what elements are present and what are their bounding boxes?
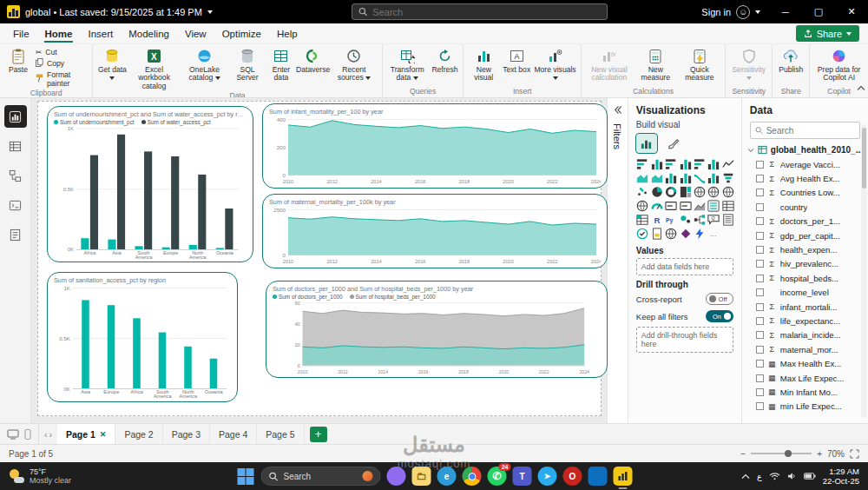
visual-maternal-mortality-area-chart[interactable]: Sum of maternal_mortality_per_100k by ye… bbox=[262, 194, 608, 268]
close-page-icon[interactable]: ✕ bbox=[100, 430, 107, 439]
table-view-button[interactable] bbox=[4, 135, 27, 157]
data-field-hospital-beds-[interactable]: Σhospital_beds... bbox=[742, 271, 868, 285]
data-pane-scrollbar[interactable] bbox=[861, 124, 867, 418]
chrome-taskbar-icon[interactable] bbox=[463, 467, 482, 486]
field-checkbox[interactable] bbox=[756, 175, 764, 182]
field-checkbox[interactable] bbox=[756, 388, 764, 396]
refresh-button[interactable]: Refresh bbox=[429, 46, 460, 86]
field-checkbox[interactable] bbox=[756, 360, 764, 368]
format-visual-tab[interactable] bbox=[664, 134, 685, 153]
visual-type-arcgis-map[interactable] bbox=[665, 227, 678, 240]
minimize-button[interactable]: ─ bbox=[769, 0, 802, 23]
visual-type-r-script-visual[interactable]: R bbox=[650, 213, 663, 226]
clock[interactable]: 1:29 AM22-Oct-25 bbox=[823, 467, 859, 487]
data-field-gdp-per-capit-[interactable]: Σgdp_per_capit... bbox=[742, 228, 868, 242]
visual-type-key-influencers[interactable] bbox=[679, 213, 692, 226]
data-field-avg-health-ex-[interactable]: ΣAvg Health Ex... bbox=[742, 171, 868, 185]
previous-page-arrow[interactable]: ‹ bbox=[44, 429, 48, 440]
report-canvas[interactable]: Sum of undernourishment_pct and Sum of w… bbox=[31, 98, 607, 423]
data-field-hiv-prevalenc-[interactable]: Σhiv_prevalenc... bbox=[742, 257, 868, 271]
title-dropdown-caret[interactable] bbox=[207, 10, 213, 14]
hidden-icons-chevron[interactable] bbox=[741, 473, 750, 480]
maximize-button[interactable]: ▢ bbox=[802, 0, 835, 23]
field-checkbox[interactable] bbox=[756, 402, 764, 410]
field-checkbox[interactable] bbox=[756, 275, 764, 282]
edge-taskbar-icon[interactable]: e bbox=[437, 467, 457, 486]
filters-pane-collapsed[interactable]: Filters bbox=[607, 98, 628, 423]
data-field-doctors-per-1-[interactable]: Σdoctors_per_1... bbox=[742, 215, 868, 228]
tab-home[interactable]: Home bbox=[37, 26, 81, 42]
visual-type-line-and-stacked-column-chart[interactable] bbox=[665, 171, 678, 184]
cut-button[interactable]: ✂Cut bbox=[34, 48, 89, 56]
visual-type-shape-map[interactable] bbox=[721, 185, 734, 198]
get-data-button[interactable]: Get data bbox=[95, 46, 128, 90]
data-field-infant-mortali-[interactable]: Σinfant_mortali... bbox=[742, 300, 868, 314]
visual-type-filled-map[interactable] bbox=[707, 185, 720, 198]
field-checkbox[interactable] bbox=[756, 161, 764, 169]
data-field-health-expen-[interactable]: Σhealth_expen... bbox=[742, 242, 868, 256]
field-checkbox[interactable] bbox=[756, 288, 764, 296]
wifi-icon[interactable] bbox=[769, 472, 780, 480]
data-field-life-expectanc-[interactable]: Σlife_expectanc... bbox=[742, 314, 868, 328]
text-box-button[interactable]: A Text box bbox=[501, 46, 532, 86]
share-button[interactable]: Share bbox=[796, 25, 859, 42]
mobile-layout-icon[interactable] bbox=[24, 429, 31, 440]
store-taskbar-icon[interactable] bbox=[589, 467, 608, 486]
more-visuals-button[interactable]: More visuals bbox=[532, 46, 578, 86]
new-measure-button[interactable]: New measure bbox=[635, 46, 677, 86]
enter-data-button[interactable]: Enter data bbox=[266, 46, 298, 90]
volume-icon[interactable] bbox=[787, 472, 797, 480]
visual-type-python-visual[interactable]: Py bbox=[665, 213, 678, 226]
report-page[interactable]: Sum of undernourishment_pct and Sum of w… bbox=[37, 101, 602, 416]
visual-type-metrics[interactable] bbox=[636, 227, 649, 240]
data-field-maternal-mor-[interactable]: Σmaternal_mor... bbox=[742, 342, 868, 356]
data-field-max-health-ex-[interactable]: ▦Max Health Ex... bbox=[742, 356, 868, 370]
sql-server-button[interactable]: SQL Server bbox=[230, 46, 266, 90]
data-search-box[interactable] bbox=[750, 122, 860, 139]
visual-type-power-apps[interactable] bbox=[679, 227, 692, 240]
field-checkbox[interactable] bbox=[756, 203, 764, 211]
data-field-countries-low-[interactable]: ΣCountries Low... bbox=[742, 186, 868, 200]
ribbon-collapse-chevron[interactable] bbox=[857, 79, 865, 95]
page-tab-4[interactable]: Page 4 bbox=[210, 424, 257, 444]
visual-type-area-chart[interactable] bbox=[636, 171, 649, 184]
report-view-button[interactable] bbox=[4, 105, 27, 128]
data-field-min-life-expec-[interactable]: ▦min Life Expec... bbox=[742, 400, 868, 414]
visual-type-paginated-report[interactable] bbox=[650, 227, 663, 240]
field-checkbox[interactable] bbox=[756, 317, 764, 325]
new-visual-button[interactable]: New visual bbox=[466, 46, 501, 86]
collapse-caret-icon[interactable] bbox=[747, 147, 754, 154]
tab-modeling[interactable]: Modeling bbox=[121, 26, 177, 42]
search-input[interactable] bbox=[372, 7, 601, 17]
file-explorer-taskbar-icon[interactable]: 🗀 bbox=[412, 467, 431, 486]
page-tab-1[interactable]: Page 1✕ bbox=[57, 424, 115, 444]
visual-type-clustered-column-chart[interactable] bbox=[679, 157, 692, 170]
values-field-well[interactable]: Add data fields here bbox=[636, 258, 733, 275]
visual-type-decomposition-tree[interactable] bbox=[694, 213, 707, 226]
visual-type-kpi[interactable] bbox=[694, 199, 707, 212]
page-tab-3[interactable]: Page 3 bbox=[163, 424, 210, 444]
visual-type-treemap[interactable] bbox=[679, 185, 692, 198]
publish-button[interactable]: Publish bbox=[775, 46, 806, 86]
visual-sanitation-access-bar-chart[interactable]: Sum of sanitation_access_pct by region 0… bbox=[47, 272, 238, 402]
visual-type-card[interactable] bbox=[665, 199, 678, 212]
visual-type-get-more-visuals[interactable]: … bbox=[707, 227, 720, 240]
visual-type-waterfall-chart[interactable] bbox=[707, 171, 720, 184]
teams-taskbar-icon[interactable]: T bbox=[513, 467, 532, 486]
cross-report-toggle[interactable]: Off bbox=[706, 293, 733, 305]
tab-file[interactable]: File bbox=[5, 26, 37, 42]
zoom-out-button[interactable]: − bbox=[740, 449, 746, 459]
opera-taskbar-icon[interactable]: O bbox=[563, 467, 582, 486]
zoom-slider[interactable] bbox=[751, 453, 812, 454]
onelake-catalog-button[interactable]: OneLake catalog bbox=[180, 46, 230, 90]
visual-type-hundred-stacked-bar-chart[interactable] bbox=[694, 157, 707, 170]
transform-data-button[interactable]: Transform data bbox=[385, 46, 430, 86]
tab-view[interactable]: View bbox=[177, 26, 214, 42]
visual-type-map[interactable] bbox=[694, 185, 707, 198]
close-button[interactable]: ✕ bbox=[835, 0, 868, 23]
taskbar-search[interactable]: Search bbox=[261, 467, 381, 486]
sign-in-button[interactable]: Sign in ☺ bbox=[693, 5, 769, 19]
new-visual-calculation-button[interactable]: fx New visual calculation bbox=[584, 46, 635, 86]
field-checkbox[interactable] bbox=[756, 331, 764, 339]
tab-insert[interactable]: Insert bbox=[80, 26, 121, 42]
